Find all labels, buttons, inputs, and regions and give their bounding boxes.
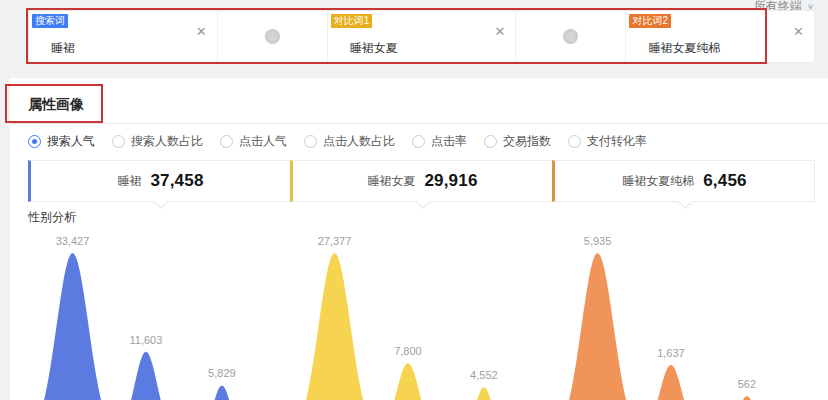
metric-radio-trade-index[interactable]: 交易指数 bbox=[484, 133, 551, 150]
stat-card-keyword2[interactable]: 睡裙女夏 29,916 bbox=[290, 160, 553, 202]
vs-circle-icon bbox=[265, 29, 280, 44]
svg-text:1,637: 1,637 bbox=[657, 347, 685, 359]
metric-radio-click-popularity[interactable]: 点击人气 bbox=[220, 133, 287, 150]
compare-separator bbox=[516, 11, 626, 62]
svg-text:11,603: 11,603 bbox=[129, 334, 162, 346]
svg-text:7,800: 7,800 bbox=[394, 345, 422, 357]
vs-circle-icon bbox=[563, 29, 578, 44]
density-chart-keyword1: 33,42711,6035,829 bbox=[28, 228, 290, 400]
stat-card-keyword3[interactable]: 睡裙女夏纯棉 6,456 bbox=[552, 160, 815, 202]
clear-icon[interactable]: ✕ bbox=[494, 25, 505, 38]
compare1-keyword-tag: 对比词1 bbox=[331, 14, 373, 28]
svg-text:562: 562 bbox=[737, 378, 755, 390]
svg-text:33,427: 33,427 bbox=[56, 235, 90, 247]
density-chart-keyword2: 27,3777,8004,552 bbox=[290, 228, 552, 400]
radio-icon bbox=[304, 135, 317, 148]
divider bbox=[10, 123, 828, 124]
clear-icon[interactable]: ✕ bbox=[793, 25, 804, 38]
radio-icon bbox=[220, 135, 233, 148]
radio-icon bbox=[484, 135, 497, 148]
metric-radio-clicker-ratio[interactable]: 点击人数占比 bbox=[304, 133, 395, 150]
metric-radio-searcher-ratio[interactable]: 搜索人数占比 bbox=[112, 133, 203, 150]
svg-text:27,377: 27,377 bbox=[318, 235, 352, 247]
compare1-keyword-value[interactable]: 睡裙女夏 bbox=[350, 40, 398, 57]
compare2-keyword-value[interactable]: 睡裙女夏纯棉 bbox=[648, 40, 720, 57]
radio-selected-icon bbox=[28, 135, 41, 148]
compare2-keyword-field[interactable]: 对比词2 睡裙女夏纯棉 ✕ bbox=[626, 11, 814, 62]
card-notch bbox=[677, 195, 691, 209]
metric-radio-search-popularity[interactable]: 搜索人气 bbox=[28, 133, 95, 150]
card-notch bbox=[415, 195, 429, 209]
svg-text:5,829: 5,829 bbox=[208, 367, 236, 379]
clear-icon[interactable]: ✕ bbox=[196, 25, 207, 38]
svg-text:4,552: 4,552 bbox=[470, 369, 498, 381]
gender-analysis-title: 性别分析 bbox=[28, 209, 76, 226]
radio-icon bbox=[412, 135, 425, 148]
gender-distribution-charts: 33,42711,6035,829 27,3777,8004,552 5,935… bbox=[28, 228, 815, 400]
attribute-portrait-panel: 属性画像 搜索人气 搜索人数占比 点击人气 点击人数占比 点击率 交易指数 bbox=[10, 78, 828, 400]
keyword-stat-cards: 睡裙 37,458 睡裙女夏 29,916 睡裙女夏纯棉 6,456 bbox=[28, 160, 815, 202]
compare1-keyword-field[interactable]: 对比词1 睡裙女夏 ✕ bbox=[328, 11, 517, 62]
radio-icon bbox=[568, 135, 581, 148]
compare2-keyword-tag: 对比词2 bbox=[629, 14, 671, 28]
search-keyword-value[interactable]: 睡裙 bbox=[51, 40, 75, 57]
radio-icon bbox=[112, 135, 125, 148]
section-title: 属性画像 bbox=[28, 96, 84, 114]
search-keyword-field[interactable]: 搜索词 睡裙 ✕ bbox=[29, 11, 218, 62]
search-keyword-tag: 搜索词 bbox=[32, 14, 68, 28]
metric-radio-click-rate[interactable]: 点击率 bbox=[412, 133, 467, 150]
svg-text:5,935: 5,935 bbox=[583, 235, 611, 247]
card-notch bbox=[153, 195, 167, 209]
metric-radio-group: 搜索人气 搜索人数占比 点击人气 点击人数占比 点击率 交易指数 支付转化率 bbox=[28, 133, 647, 150]
compare-separator bbox=[218, 11, 328, 62]
metric-radio-pay-conversion[interactable]: 支付转化率 bbox=[568, 133, 647, 150]
keyword-toolbar: 搜索词 睡裙 ✕ 对比词1 睡裙女夏 ✕ 对比词2 睡裙女夏纯棉 ✕ bbox=[28, 10, 815, 63]
density-chart-keyword3: 5,9351,637562 bbox=[553, 228, 815, 400]
stat-card-keyword1[interactable]: 睡裙 37,458 bbox=[28, 160, 291, 202]
